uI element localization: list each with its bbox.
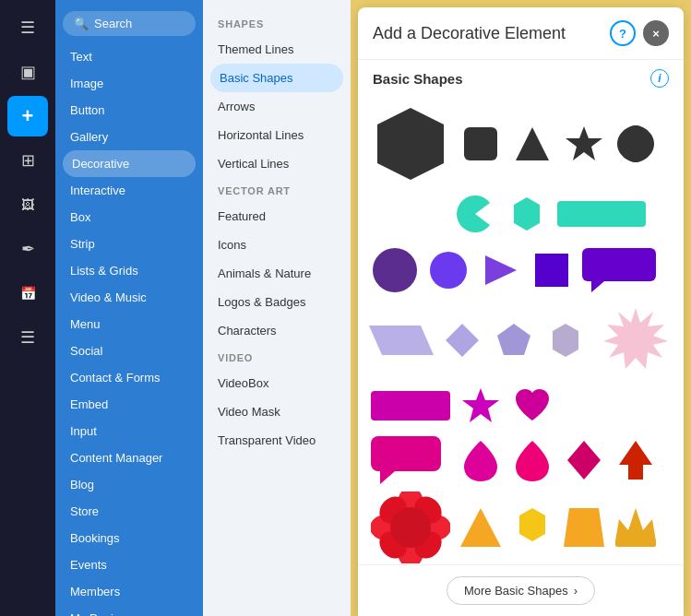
add-icon[interactable]: + xyxy=(7,96,48,136)
sidebar-item-text[interactable]: Text xyxy=(55,43,203,70)
help-button[interactable]: ? xyxy=(610,20,636,46)
shape-speech-bubble-magenta[interactable] xyxy=(369,434,452,485)
sidebar-item-decorative[interactable]: Decorative xyxy=(63,150,196,177)
pen-icon[interactable]: ✒ xyxy=(7,229,48,269)
sidebar-item-events[interactable]: Events xyxy=(55,551,203,578)
close-button[interactable]: × xyxy=(643,20,669,46)
shape-circle-blue-purple[interactable] xyxy=(425,247,471,293)
sidebar-item-input[interactable]: Input xyxy=(55,418,203,444)
svg-marker-35 xyxy=(564,508,604,547)
svg-marker-16 xyxy=(553,324,578,357)
svg-marker-21 xyxy=(567,441,601,480)
shapes-row-6 xyxy=(369,434,673,485)
svg-point-7 xyxy=(373,248,417,292)
shape-hexagon-large[interactable] xyxy=(369,102,452,185)
shape-diamond-sm[interactable] xyxy=(439,317,485,363)
shapes-row-2 xyxy=(452,191,673,237)
menu-horizontal-lines[interactable]: Horizontal Lines xyxy=(203,121,351,149)
sidebar-item-social[interactable]: Social xyxy=(55,338,203,364)
sidebar-item-contact-forms[interactable]: Contact & Forms xyxy=(55,364,203,391)
apps-icon[interactable]: ⊞ xyxy=(7,140,48,181)
shape-arrow-up[interactable] xyxy=(613,434,659,485)
shape-pentagon[interactable] xyxy=(491,317,537,363)
svg-marker-2 xyxy=(516,127,549,160)
info-icon[interactable]: i xyxy=(650,69,669,88)
shape-diamond-magenta[interactable] xyxy=(561,434,607,485)
shape-square-purple[interactable] xyxy=(529,247,575,293)
more-basic-shapes-button[interactable]: More Basic Shapes › xyxy=(447,576,595,605)
sidebar-item-embed[interactable]: Embed xyxy=(55,391,203,418)
pages-icon[interactable]: ☰ xyxy=(7,7,48,48)
shape-crown-gold[interactable] xyxy=(613,503,659,553)
sidebar-item-blog[interactable]: Blog xyxy=(55,471,203,498)
sidebar-item-bookings[interactable]: Bookings xyxy=(55,525,203,551)
shape-rectangle-magenta[interactable] xyxy=(369,383,452,429)
shape-star-magenta[interactable] xyxy=(458,383,504,429)
shapes-row-4 xyxy=(369,303,673,377)
sidebar-item-interactive[interactable]: Interactive xyxy=(55,177,203,204)
shape-trapezoid-yellow[interactable] xyxy=(561,503,607,553)
sidebar-item-gallery[interactable]: Gallery xyxy=(55,124,203,150)
shapes-menu: SHAPES Themed Lines Basic Shapes Arrows … xyxy=(203,0,351,616)
list-icon[interactable]: ☰ xyxy=(7,317,48,358)
menu-featured[interactable]: Featured xyxy=(203,202,351,231)
menu-logos-badges[interactable]: Logos & Badges xyxy=(203,288,351,316)
search-icon: 🔍 xyxy=(74,17,89,30)
shapes-row-5 xyxy=(369,383,673,429)
sidebar-item-strip[interactable]: Strip xyxy=(55,231,203,257)
svg-rect-17 xyxy=(371,391,450,421)
menu-animals-nature[interactable]: Animals & Nature xyxy=(203,259,351,288)
menu-transparent-video[interactable]: Transparent Video xyxy=(203,426,351,455)
sidebar-item-my-designs[interactable]: My Designs xyxy=(55,605,203,616)
shape-hexagon-outline[interactable] xyxy=(542,317,589,363)
menu-vertical-lines[interactable]: Vertical Lines xyxy=(203,149,351,178)
shape-rounded-square[interactable] xyxy=(458,121,504,167)
shape-flower-red[interactable] xyxy=(369,491,452,564)
shape-blob[interactable] xyxy=(613,121,659,167)
shape-starburst-pink[interactable] xyxy=(594,303,677,377)
menu-arrows[interactable]: Arrows xyxy=(203,92,351,121)
svg-marker-33 xyxy=(460,508,501,547)
menu-video-mask[interactable]: Video Mask xyxy=(203,397,351,426)
calendar-icon[interactable]: 📅 xyxy=(7,273,48,314)
shape-hexagon-small[interactable] xyxy=(504,191,550,237)
shape-triangle-yellow[interactable] xyxy=(458,503,504,553)
shape-triangle-right[interactable] xyxy=(477,247,523,293)
side-panel: 🔍 Search Text Image Button Gallery Decor… xyxy=(55,0,203,616)
shape-rectangle-teal[interactable] xyxy=(555,191,648,237)
menu-basic-shapes[interactable]: Basic Shapes xyxy=(210,64,343,92)
image-icon[interactable]: 🖼 xyxy=(7,184,48,225)
sidebar-item-store[interactable]: Store xyxy=(55,498,203,525)
shape-star[interactable] xyxy=(561,121,607,167)
shapes-row-7 xyxy=(369,491,673,564)
sidebar-item-content-manager[interactable]: Content Manager xyxy=(55,444,203,471)
shape-circle-purple[interactable] xyxy=(369,243,420,298)
shape-hexagon-yellow[interactable] xyxy=(509,503,555,553)
svg-marker-0 xyxy=(377,108,444,180)
sidebar-item-image[interactable]: Image xyxy=(55,70,203,97)
layers-icon[interactable]: ▣ xyxy=(7,52,48,92)
shape-parallelogram[interactable] xyxy=(369,315,434,366)
shape-teardrop-2[interactable] xyxy=(509,434,555,485)
shapes-row-3 xyxy=(369,243,673,298)
shape-triangle[interactable] xyxy=(509,121,555,167)
search-bar[interactable]: 🔍 Search xyxy=(63,11,196,36)
sidebar-item-button[interactable]: Button xyxy=(55,97,203,124)
shape-pac-man[interactable] xyxy=(452,191,498,237)
menu-icons[interactable]: Icons xyxy=(203,231,351,259)
menu-videobox[interactable]: VideoBox xyxy=(203,369,351,397)
svg-marker-18 xyxy=(462,388,499,422)
shape-teardrop-1[interactable] xyxy=(458,434,504,485)
menu-characters[interactable]: Characters xyxy=(203,316,351,345)
sidebar-item-menu[interactable]: Menu xyxy=(55,311,203,338)
shape-speech-bubble-purple[interactable] xyxy=(580,247,673,293)
shape-heart[interactable] xyxy=(509,383,555,429)
sidebar-item-lists-grids[interactable]: Lists & Grids xyxy=(55,257,203,284)
sidebar-item-members[interactable]: Members xyxy=(55,578,203,605)
menu-themed-lines[interactable]: Themed Lines xyxy=(203,35,351,64)
svg-point-8 xyxy=(430,252,467,289)
main-footer: More Basic Shapes › xyxy=(358,564,684,616)
section-header: Basic Shapes i xyxy=(358,60,684,95)
sidebar-item-box[interactable]: Box xyxy=(55,204,203,231)
sidebar-item-video-music[interactable]: Video & Music xyxy=(55,284,203,311)
